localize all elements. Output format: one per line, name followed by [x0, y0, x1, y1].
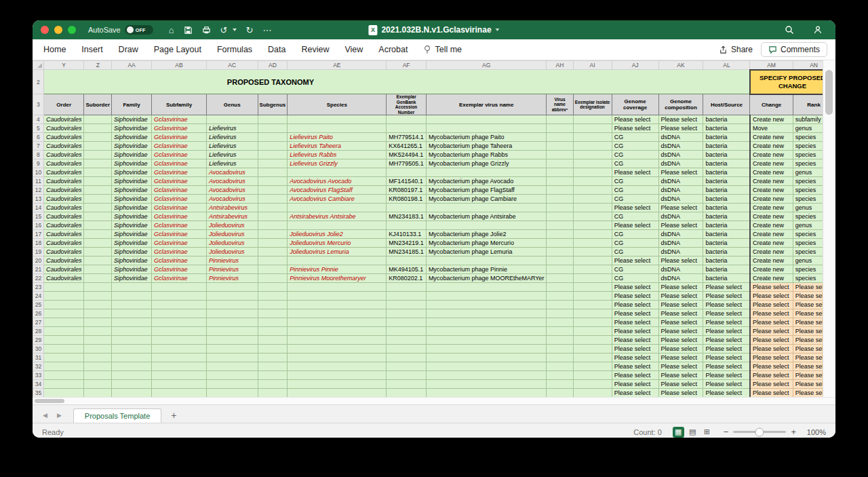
- cell-Y32[interactable]: [43, 362, 84, 371]
- cell-AM9[interactable]: Create new: [750, 159, 793, 168]
- cell-AL27[interactable]: Please select: [703, 318, 750, 327]
- cell-AF7[interactable]: KX641265.1: [387, 142, 427, 151]
- cell-AM13[interactable]: Create new: [750, 195, 793, 204]
- cell-AH28[interactable]: [547, 327, 573, 336]
- cell-AL28[interactable]: Please select: [703, 327, 750, 336]
- cell-Y28[interactable]: [43, 327, 84, 336]
- cell-AH5[interactable]: [547, 124, 573, 133]
- row-header-32[interactable]: 32: [33, 362, 44, 371]
- cell-AC22[interactable]: Pinnievirus: [206, 274, 258, 283]
- zoom-slider-thumb[interactable]: [755, 427, 764, 436]
- cell-AD18[interactable]: [258, 239, 288, 248]
- row-header-8[interactable]: 8: [33, 151, 44, 159]
- cell-Y17[interactable]: Caudovirales: [43, 230, 84, 239]
- cell-AF28[interactable]: [387, 327, 427, 336]
- cell-AD33[interactable]: [258, 371, 288, 380]
- cell-AD30[interactable]: [258, 345, 288, 354]
- banner-proposed-taxonomy[interactable]: PROPOSED TAXONOMY: [43, 70, 750, 94]
- cell-AE8[interactable]: Liefievirus Rabbs: [288, 151, 387, 159]
- cell-AH4[interactable]: [547, 115, 573, 124]
- cell-AG18[interactable]: Mycobacterium phage Mercurio: [426, 239, 547, 248]
- cell-AL26[interactable]: Please select: [703, 309, 750, 318]
- cell-AL17[interactable]: bacteria: [703, 230, 750, 239]
- cell-AM8[interactable]: Create new: [750, 151, 793, 159]
- cell-AL7[interactable]: bacteria: [703, 142, 750, 151]
- cell-AA21[interactable]: Siphoviridae: [112, 265, 152, 274]
- cell-AI26[interactable]: [573, 309, 612, 318]
- horizontal-scrollbar[interactable]: [33, 397, 835, 404]
- cell-Y23[interactable]: [43, 283, 84, 292]
- cell-AB4[interactable]: Gclasvirinae: [152, 115, 207, 124]
- cell-Z10[interactable]: [84, 168, 112, 177]
- cell-AC9[interactable]: Liefievirus: [206, 159, 258, 168]
- cell-AH33[interactable]: [547, 371, 573, 380]
- cell-AA20[interactable]: Siphoviridae: [112, 256, 152, 265]
- column-header-AE[interactable]: AE: [288, 61, 387, 70]
- cell-AI20[interactable]: [573, 256, 612, 265]
- cell-AK25[interactable]: Please select: [658, 301, 703, 309]
- cell-AA33[interactable]: [112, 371, 152, 380]
- cell-AA14[interactable]: Siphoviridae: [112, 204, 152, 212]
- cell-AL6[interactable]: bacteria: [703, 133, 750, 142]
- cell-AB16[interactable]: Gclasvirinae: [152, 221, 207, 230]
- cell-AE19[interactable]: Jolieduovirus Lemuria: [288, 248, 387, 256]
- cell-AJ19[interactable]: CG: [612, 248, 658, 256]
- cell-AK21[interactable]: dsDNA: [658, 265, 703, 274]
- cell-AK32[interactable]: Please select: [658, 362, 703, 371]
- cell-AJ13[interactable]: CG: [612, 195, 658, 204]
- cell-AE34[interactable]: [288, 380, 387, 389]
- cell-AB25[interactable]: [152, 301, 207, 309]
- cell-AF19[interactable]: MN234185.1: [387, 248, 427, 256]
- cell-AA32[interactable]: [112, 362, 152, 371]
- cell-AK26[interactable]: Please select: [658, 309, 703, 318]
- cell-AM27[interactable]: Please select: [750, 318, 793, 327]
- cell-AG20[interactable]: [426, 256, 547, 265]
- cell-Z21[interactable]: [84, 265, 112, 274]
- cell-Z24[interactable]: [84, 292, 112, 301]
- cell-AH34[interactable]: [547, 380, 573, 389]
- cell-AI32[interactable]: [573, 362, 612, 371]
- cell-AL34[interactable]: Please select: [703, 380, 750, 389]
- cell-AA23[interactable]: [112, 283, 152, 292]
- cell-AH35[interactable]: [547, 389, 573, 398]
- row-header-16[interactable]: 16: [33, 221, 44, 230]
- cell-AG15[interactable]: Mycobacterium phage Antsirabe: [426, 212, 547, 221]
- cell-AF32[interactable]: [387, 362, 427, 371]
- cell-Z19[interactable]: [84, 248, 112, 256]
- cell-AK9[interactable]: dsDNA: [658, 159, 703, 168]
- cell-AJ8[interactable]: CG: [612, 151, 658, 159]
- cell-AJ17[interactable]: CG: [612, 230, 658, 239]
- cell-AH9[interactable]: [547, 159, 573, 168]
- cell-AL29[interactable]: Please select: [703, 336, 750, 345]
- cell-AH14[interactable]: [547, 204, 573, 212]
- cell-AG27[interactable]: [426, 318, 547, 327]
- cell-Z22[interactable]: [84, 274, 112, 283]
- cell-AB22[interactable]: Gclasvirinae: [152, 274, 207, 283]
- cell-AB35[interactable]: [152, 389, 207, 398]
- cell-AI30[interactable]: [573, 345, 612, 354]
- cell-AL30[interactable]: Please select: [703, 345, 750, 354]
- cell-AB31[interactable]: [152, 354, 207, 362]
- cell-AM28[interactable]: Please select: [750, 327, 793, 336]
- cell-AI6[interactable]: [573, 133, 612, 142]
- sheet-nav-right-icon[interactable]: ▶: [54, 412, 65, 423]
- cell-AC29[interactable]: [206, 336, 258, 345]
- cell-AA17[interactable]: Siphoviridae: [112, 230, 152, 239]
- header-AE[interactable]: Species: [288, 94, 387, 115]
- cell-AD5[interactable]: [258, 124, 288, 133]
- cell-AJ22[interactable]: CG: [612, 274, 658, 283]
- cell-AB19[interactable]: Gclasvirinae: [152, 248, 207, 256]
- undo-icon[interactable]: ↺: [220, 26, 228, 35]
- row-header-35[interactable]: 35: [33, 389, 44, 398]
- cell-AB26[interactable]: [152, 309, 207, 318]
- cell-AL12[interactable]: bacteria: [703, 186, 750, 195]
- cell-AI24[interactable]: [573, 292, 612, 301]
- cell-AL16[interactable]: bacteria: [703, 221, 750, 230]
- share-button[interactable]: Share: [719, 45, 753, 54]
- cell-AI25[interactable]: [573, 301, 612, 309]
- cell-Y9[interactable]: Caudovirales: [43, 159, 84, 168]
- cell-AD29[interactable]: [258, 336, 288, 345]
- cell-AE15[interactable]: Antsirabevirus Antsirabe: [288, 212, 387, 221]
- cell-Y19[interactable]: Caudovirales: [43, 248, 84, 256]
- cell-AJ33[interactable]: Please select: [612, 371, 658, 380]
